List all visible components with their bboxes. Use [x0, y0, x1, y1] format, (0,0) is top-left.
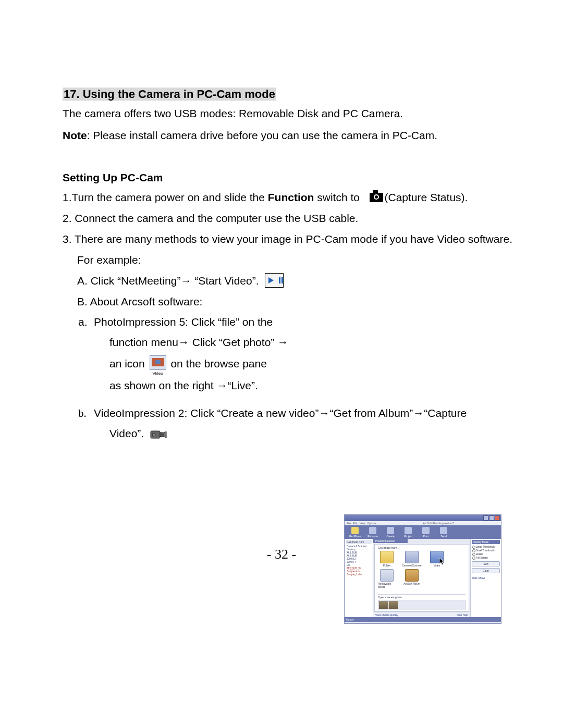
step-a-text-l4a: as shown on the right [109, 379, 216, 391]
filmstrip: Open a recent photo [378, 594, 466, 610]
menubar: File Edit View Options ArcSoft PhotoImpr… [345, 521, 501, 525]
step-a-text-1: A. Click “NetMeeting” [77, 275, 180, 287]
create-icon [387, 527, 394, 534]
get-photo-icon [351, 527, 359, 534]
send-icon [440, 527, 447, 534]
arrow-icon: → [216, 379, 227, 391]
step-a-text-l3b: on the browse pane [168, 357, 267, 369]
filmstrip-row [378, 600, 466, 610]
filmstrip-title: Open a recent photo [378, 596, 466, 599]
intro-text: The camera offers two USB modes: Removab… [63, 104, 527, 123]
tool-project: Project [400, 527, 417, 538]
icon-label: Camera/Scanner [402, 564, 422, 567]
step-1-function-word: Function [268, 191, 314, 203]
titlebar [345, 515, 501, 521]
section-heading: 17. Using the Camera in PC-Cam mode [63, 88, 527, 101]
clear-button: Clear [472, 568, 500, 573]
document-page: 17. Using the Camera in PC-Cam mode The … [0, 0, 563, 728]
album-icon [405, 569, 419, 582]
minimize-icon [483, 515, 488, 521]
right-header: Display Mode [472, 540, 500, 544]
video-thumb-label: Video [148, 372, 168, 376]
step-1: 1.Turn the camera power on and slide the… [63, 187, 527, 208]
enhance-icon [369, 527, 376, 534]
step-a-text-2: “Start Video”. [191, 275, 262, 287]
step-3: 3. There are many methods to view your i… [63, 229, 527, 250]
close-icon [495, 515, 500, 521]
step-1-part-d: (Capture Status). [384, 191, 468, 203]
icon-label: Removable Media [378, 582, 396, 588]
play-pause-icon [265, 273, 284, 288]
step-a-line-1: a.PhotoImpression 5: Click “file” on the [63, 312, 375, 332]
step-a-text-l2a: function menu [109, 336, 178, 348]
slideshow-label: Slide Show [472, 576, 500, 579]
tool-label: Enhance [368, 535, 378, 538]
svg-marker-2 [163, 431, 166, 438]
main-tab: PhotoImpression [373, 539, 408, 543]
icon-removable-media: Removable Media [378, 569, 396, 588]
tool-label: Create [386, 535, 394, 538]
menu-edit: Edit [353, 522, 358, 525]
tool-label: Print [423, 535, 429, 538]
thumbnail [389, 601, 398, 609]
step-a-line-3: an icon Video on the browse pane [63, 352, 391, 376]
toolbar: Get Photo Enhance Create Project Print S… [345, 525, 501, 539]
tool-label: Get Photo [349, 535, 361, 538]
app-screenshot-thumbnail: File Edit View Options ArcSoft PhotoImpr… [344, 514, 501, 624]
step-b-text-1a: VideoImpression 2: Click “Create a new v… [94, 407, 319, 419]
arrow-icon: → [413, 407, 424, 419]
print-icon [422, 527, 430, 534]
menu-options: Options [367, 522, 376, 525]
note-line: Note: Please install camera drive before… [63, 126, 527, 145]
tool-send: Send [435, 527, 452, 538]
step-a-letter: a. [78, 312, 94, 332]
maximize-icon [489, 515, 494, 521]
page-number: - 32 - [0, 547, 563, 562]
step-b-text-1b: “Get from Album” [329, 407, 413, 419]
flow-region: For example: A. Click “NetMeeting”→ “Sta… [63, 250, 527, 444]
tool-label: Project [404, 535, 412, 538]
step-2: 2. Connect the camera and the computer u… [63, 208, 527, 229]
svg-point-3 [152, 433, 155, 436]
status-text: Ready [346, 618, 353, 621]
camcorder-icon [150, 429, 167, 440]
icon-label: Folder [383, 564, 390, 567]
step-1-part-a: 1.Turn the camera power on and slide the [63, 191, 268, 203]
step-b-line-1: b.VideoImpression 2: Click “Create a new… [63, 403, 547, 424]
inline-video-thumb: Video [148, 352, 168, 376]
step-3-example: For example: [63, 250, 359, 270]
step-b-text-1c: “Capture [424, 407, 467, 419]
sidebar-item: Sample_1.abm [346, 573, 372, 576]
tool-label: Send [440, 535, 447, 538]
media-icon [380, 569, 394, 582]
menu-file: File [347, 522, 351, 525]
arrow-icon: → [277, 336, 288, 348]
step-A: A. Click “NetMeeting”→ “Start Video”. [63, 270, 359, 291]
tool-enhance: Enhance [364, 527, 381, 538]
camera-icon [370, 193, 383, 202]
sidebar-header: Get photo from [346, 540, 372, 544]
project-icon [405, 527, 412, 534]
video-thumb-icon [150, 355, 166, 370]
panel-footer: View photos quickly Auto Help [373, 613, 470, 617]
svg-rect-1 [160, 433, 163, 437]
tool-print: Print [418, 527, 434, 538]
step-a-text-l4b: “Live”. [227, 379, 258, 391]
step-a-line-4: as shown on the right →“Live”. [63, 376, 391, 396]
app-title: ArcSoft PhotoImpression 5 [378, 522, 499, 525]
arrow-icon: → [180, 275, 191, 287]
thumbnail [379, 601, 388, 609]
tool-create: Create [382, 527, 399, 538]
menu-view: View [360, 522, 365, 525]
tool-get-photo: Get Photo [347, 527, 363, 538]
step-b-line-2: Video”. [63, 424, 563, 444]
step-B: B. About Arcsoft software: [63, 291, 359, 312]
step-a-line-2: function menu→ Click “Get photo” → [63, 332, 391, 353]
footer-left: View photos quickly [375, 613, 398, 616]
footer-right: Auto Help [457, 613, 468, 616]
icon-arcsoft-album: ArcSoft Album [403, 569, 421, 588]
step-b-letter: b. [78, 403, 94, 424]
icon-label: ArcSoft Album [403, 582, 420, 585]
step-a-text-l2b: Click “Get photo” [189, 336, 277, 348]
note-label: Note [63, 129, 87, 141]
